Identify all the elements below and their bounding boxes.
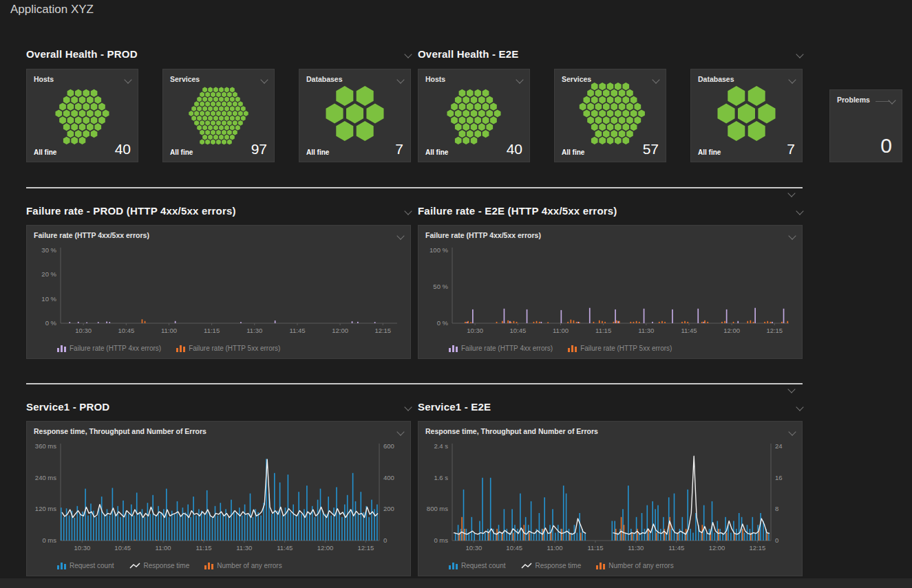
line-series-icon — [129, 563, 140, 569]
tile-header: Response time, Throughput and Number of … — [418, 422, 802, 435]
chevron-down-icon[interactable] — [787, 189, 795, 197]
tile-footer: All fine 7 — [698, 142, 795, 156]
tile-footer: All fine 7 — [306, 142, 403, 156]
tile-title: Failure rate (HTTP 4xx/5xx errors) — [425, 231, 541, 239]
health-tile-databases-e2e[interactable]: Databases All fine 7 — [690, 69, 803, 162]
legend-item[interactable]: Request count — [57, 562, 114, 569]
chart-canvas[interactable]: 0 %50 %100 %10:3010:4511:0011:1511:3011:… — [422, 243, 798, 338]
chevron-down-icon[interactable] — [796, 403, 803, 411]
svg-text:10:45: 10:45 — [118, 327, 134, 334]
chevron-down-icon[interactable] — [796, 50, 803, 58]
bar-series-icon — [57, 562, 66, 569]
chevron-down-icon[interactable] — [396, 428, 404, 435]
section-header: Service1 - E2E — [418, 401, 803, 413]
legend-item[interactable]: Failure rate (HTTP 4xx errors) — [449, 345, 553, 352]
legend-item[interactable]: Failure rate (HTTP 5xx errors) — [176, 345, 280, 352]
chart-canvas[interactable]: 0 ms800 ms1.6 s2.4 s08162410:3010:4511:0… — [422, 439, 798, 555]
chevron-down-icon[interactable] — [396, 232, 404, 239]
svg-text:11:00: 11:00 — [161, 327, 177, 334]
svg-text:2.4 s: 2.4 s — [434, 442, 448, 450]
dashboard: Application XYZ Overall Health - PROD Ov… — [0, 0, 912, 588]
legend-label: Failure rate (HTTP 4xx errors) — [461, 345, 553, 352]
count-value: 97 — [251, 142, 267, 156]
svg-text:800 ms: 800 ms — [427, 505, 448, 512]
chart-tile-service-e2e[interactable]: Response time, Throughput and Number of … — [418, 421, 803, 576]
legend-item[interactable]: Failure rate (HTTP 5xx errors) — [568, 345, 672, 352]
svg-text:11:45: 11:45 — [289, 327, 305, 334]
bottom-scroll-area[interactable] — [0, 578, 912, 588]
honeycomb-chart[interactable] — [691, 82, 802, 145]
svg-text:11:30: 11:30 — [236, 544, 252, 552]
chevron-down-icon[interactable] — [788, 232, 796, 239]
legend-label: Failure rate (HTTP 5xx errors) — [580, 345, 672, 352]
svg-text:600: 600 — [383, 442, 394, 450]
chevron-down-icon[interactable] — [888, 96, 895, 104]
chevron-down-icon[interactable] — [788, 428, 796, 435]
svg-text:0: 0 — [775, 536, 778, 544]
section-divider — [26, 187, 803, 188]
svg-text:11:15: 11:15 — [587, 544, 603, 552]
tile-header: Services — [163, 69, 274, 83]
honeycomb-chart[interactable] — [418, 82, 529, 145]
section-title: Overall Health - PROD — [26, 48, 138, 60]
honeycomb-chart[interactable] — [27, 82, 138, 145]
legend-item[interactable]: Response time — [521, 562, 582, 569]
svg-text:11:15: 11:15 — [204, 327, 220, 334]
svg-text:12:15: 12:15 — [749, 544, 765, 552]
problems-tile[interactable]: Problems 0 — [829, 89, 902, 162]
health-tile-services-prod[interactable]: Services All fine 97 — [162, 69, 275, 162]
section-divider — [26, 383, 803, 384]
section-header: Service1 - PROD — [26, 401, 411, 413]
honeycomb-chart[interactable] — [299, 82, 410, 145]
svg-text:11:00: 11:00 — [156, 544, 171, 552]
svg-text:10:45: 10:45 — [509, 327, 526, 334]
bar-series-icon — [568, 345, 577, 352]
section-title: Overall Health - E2E — [418, 48, 519, 60]
chevron-down-icon[interactable] — [796, 207, 803, 215]
legend-item[interactable]: Request count — [449, 562, 506, 569]
svg-text:200: 200 — [383, 505, 394, 512]
health-tile-hosts-prod[interactable]: Hosts All fine 40 — [26, 69, 138, 162]
chevron-down-icon[interactable] — [404, 403, 412, 411]
count-value: 57 — [643, 142, 659, 156]
legend-item[interactable]: Failure rate (HTTP 4xx errors) — [57, 345, 161, 352]
legend-item[interactable]: Number of any errors — [204, 562, 282, 569]
bar-series-icon — [449, 562, 458, 569]
chart-canvas[interactable]: 0 %10 %20 %30 %10:3010:4511:0011:1511:30… — [30, 243, 407, 338]
svg-text:0 ms: 0 ms — [434, 536, 448, 544]
chevron-down-icon[interactable] — [404, 50, 412, 58]
honeycomb-chart[interactable] — [555, 82, 666, 145]
svg-text:10:45: 10:45 — [506, 544, 522, 552]
legend-item[interactable]: Number of any errors — [596, 562, 673, 569]
svg-text:11:30: 11:30 — [628, 544, 644, 552]
count-value: 7 — [395, 142, 403, 156]
status-text: All fine — [170, 149, 193, 156]
status-text: All fine — [34, 149, 56, 156]
chevron-down-icon[interactable] — [787, 385, 795, 393]
svg-text:10:30: 10:30 — [467, 327, 483, 334]
chart-tile-service-prod[interactable]: Response time, Throughput and Number of … — [26, 421, 411, 576]
bar-series-icon — [57, 345, 66, 352]
legend-item[interactable]: Response time — [129, 562, 190, 569]
svg-text:0 %: 0 % — [437, 319, 449, 327]
bar-series-icon — [204, 562, 213, 569]
health-tile-services-e2e[interactable]: Services All fine 57 — [554, 69, 666, 162]
status-text: All fine — [698, 149, 721, 156]
status-text: All fine — [306, 149, 329, 156]
svg-text:11:15: 11:15 — [595, 327, 611, 334]
svg-text:11:00: 11:00 — [547, 544, 563, 552]
health-tile-hosts-e2e[interactable]: Hosts All fine 40 — [418, 69, 530, 162]
count-value: 40 — [115, 142, 131, 156]
chart-legend: Failure rate (HTTP 4xx errors)Failure ra… — [57, 345, 280, 352]
chart-tile-failure-prod[interactable]: Failure rate (HTTP 4xx/5xx errors) 0 %10… — [26, 225, 411, 359]
svg-text:50 %: 50 % — [433, 283, 448, 290]
svg-text:12:00: 12:00 — [317, 544, 334, 552]
chart-canvas[interactable]: 0 ms120 ms240 ms360 ms020040060010:3010:… — [30, 439, 407, 555]
tile-header: Hosts — [27, 69, 138, 83]
health-tile-databases-prod[interactable]: Databases All fine 7 — [299, 69, 411, 162]
tile-header: Response time, Throughput and Number of … — [27, 422, 410, 435]
honeycomb-chart[interactable] — [163, 82, 274, 145]
chevron-down-icon[interactable] — [404, 207, 412, 215]
bar-series-icon — [596, 562, 605, 569]
chart-tile-failure-e2e[interactable]: Failure rate (HTTP 4xx/5xx errors) 0 %50… — [418, 225, 803, 359]
